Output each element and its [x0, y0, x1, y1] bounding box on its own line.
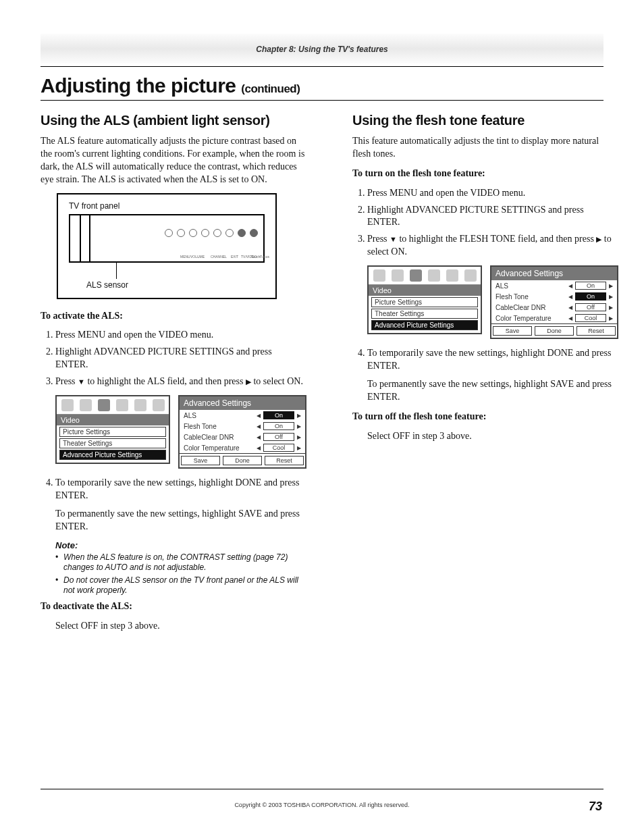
- menu-tab-icon: [134, 399, 146, 411]
- save-button: Save: [493, 326, 532, 336]
- menu-category-items: Picture Settings Theater Settings Advanc…: [369, 297, 481, 330]
- note-item: When the ALS feature is on, the CONTRAST…: [55, 552, 306, 573]
- menu-screenshot-fleshtone: Video Picture Settings Theater Settings …: [367, 265, 618, 339]
- title-rule: [41, 100, 603, 101]
- knob-icon: [213, 229, 221, 237]
- advanced-settings-title: Advanced Settings: [180, 396, 305, 410]
- colortemp-value: Cool: [263, 444, 294, 452]
- main-content: Adjusting the picture (continued) Using …: [41, 74, 603, 641]
- section-heading-als: Using the ALS (ambient light sensor): [41, 113, 306, 128]
- knob-label: [200, 255, 207, 259]
- header-band: Chapter 8: Using the TV's features: [41, 34, 603, 67]
- menu-tab-icon: [392, 269, 404, 282]
- tv-inner: MENU VOLUME CHANNEL EXIT TV/VIDEO TouchF…: [69, 214, 265, 263]
- fleshtone-on-heading: To turn on the flesh tone feature:: [352, 167, 618, 180]
- menu-item: Theater Settings: [371, 309, 478, 319]
- menu-tab-icon: [98, 399, 110, 411]
- left-arrow-icon: ◀: [257, 413, 261, 419]
- section-heading-fleshtone: Using the flesh tone feature: [352, 113, 618, 128]
- adv-row-als: ALS◀On▶: [180, 410, 305, 421]
- colortemp-value: Cool: [575, 314, 606, 322]
- knob-label: VOLUME: [190, 255, 197, 259]
- right-arrow-icon: ▶: [609, 283, 613, 289]
- step-3: Press ▼ to highlight the ALS field, and …: [55, 375, 306, 388]
- knob-label: MENU: [180, 255, 187, 259]
- right-arrow-icon: ▶: [297, 423, 301, 429]
- footer-rule: [41, 789, 603, 789]
- right-arrow-icon: ▶: [297, 445, 301, 451]
- page-title-text: Adjusting the picture: [41, 74, 236, 97]
- menu-right-panel: Advanced Settings ALS◀On▶ Flesh Tone◀On▶…: [490, 265, 618, 339]
- knob-label: TouchFocus: [251, 255, 258, 259]
- advanced-settings-title: Advanced Settings: [491, 267, 617, 280]
- note-block: Note: When the ALS feature is on, the CO…: [55, 540, 306, 596]
- left-arrow-icon: ◀: [568, 315, 572, 321]
- page-title: Adjusting the picture (continued): [41, 74, 603, 97]
- left-arrow-icon: ◀: [257, 423, 261, 429]
- left-arrow-icon: ◀: [257, 434, 261, 440]
- menu-item: Picture Settings: [59, 427, 166, 437]
- als-value: On: [575, 282, 606, 290]
- note-heading: Note:: [55, 540, 306, 550]
- adv-row-fleshtone: Flesh Tone◀On▶: [180, 421, 305, 432]
- menu-icon-row: [369, 267, 481, 285]
- tv-label-top: TV front panel: [69, 201, 265, 211]
- fleshtone-off-heading: To turn off the flesh tone feature:: [352, 411, 618, 423]
- knob-labels: MENU VOLUME CHANNEL EXIT TV/VIDEO TouchF…: [180, 255, 258, 259]
- als-sensor-label: ALS sensor: [86, 280, 265, 290]
- fleshtone-on-steps-cont: To temporarily save the new settings, hi…: [352, 347, 618, 404]
- tv-button-row: [165, 229, 258, 237]
- adv-row-colortemp: Color Temperature◀Cool▶: [491, 313, 617, 323]
- menu-tab-icon: [61, 399, 74, 411]
- menu-tab-icon: [464, 269, 477, 282]
- adv-row-colortemp: Color Temperature◀Cool▶: [180, 442, 305, 453]
- done-button: Done: [223, 456, 262, 465]
- activate-heading: To activate the ALS:: [41, 310, 306, 323]
- als-value: On: [263, 411, 294, 419]
- adv-button-row: Save Done Reset: [491, 323, 617, 338]
- right-triangle-icon: ▶: [246, 377, 251, 387]
- menu-category-title: Video: [369, 285, 481, 296]
- adv-button-row: Save Done Reset: [180, 453, 305, 467]
- menu-item: Theater Settings: [59, 438, 166, 448]
- menu-tab-icon: [428, 269, 440, 282]
- knob-icon: [177, 229, 185, 237]
- menu-category-items: Picture Settings Theater Settings Advanc…: [57, 427, 169, 460]
- knob-label: CHANNEL: [211, 255, 217, 259]
- right-arrow-icon: ▶: [297, 434, 301, 440]
- menu-icon-row: [57, 396, 169, 415]
- left-arrow-icon: ◀: [568, 283, 572, 289]
- activate-steps: Press MENU and open the VIDEO menu. High…: [41, 329, 306, 388]
- knob-icon: [225, 229, 234, 237]
- deactivate-heading: To deactivate the ALS:: [41, 600, 306, 613]
- two-columns: Using the ALS (ambient light sensor) The…: [41, 113, 603, 641]
- step-3: Press ▼ to highlight the FLESH TONE fiel…: [367, 233, 618, 259]
- fleshtone-on-steps: Press MENU and open the VIDEO menu. High…: [352, 187, 618, 259]
- step-4: To temporarily save the new settings, hi…: [55, 477, 306, 533]
- menu-left-panel: Video Picture Settings Theater Settings …: [367, 265, 482, 334]
- menu-category-title: Video: [57, 415, 169, 425]
- right-arrow-icon: ▶: [297, 413, 301, 419]
- menu-tab-icon: [153, 399, 165, 411]
- page-number: 73: [589, 800, 602, 814]
- adv-row-cableclear: CableClear DNR◀Off▶: [180, 432, 305, 442]
- note-item: Do not cover the ALS sensor on the TV fr…: [55, 575, 306, 596]
- step-2: Highlight ADVANCED PICTURE SETTINGS and …: [367, 204, 618, 230]
- step-1: Press MENU and open the VIDEO menu.: [367, 187, 618, 200]
- right-arrow-icon: ▶: [609, 294, 613, 300]
- deactivate-body: Select OFF in step 3 above.: [55, 620, 306, 633]
- sensor-line: [116, 263, 265, 279]
- menu-tab-icon: [446, 269, 458, 282]
- cableclear-value: Off: [263, 433, 294, 441]
- fleshtone-value: On: [575, 292, 606, 301]
- fleshtone-off-body: Select OFF in step 3 above.: [367, 430, 618, 443]
- menu-item: Picture Settings: [371, 297, 478, 307]
- adv-row-fleshtone: Flesh Tone◀On▶: [491, 291, 617, 302]
- step-4-perm: To permanently save the new settings, hi…: [55, 508, 306, 533]
- left-column: Using the ALS (ambient light sensor) The…: [41, 113, 306, 641]
- chapter-band: Chapter 8: Using the TV's features: [41, 34, 603, 63]
- fleshtone-intro: This feature automatically adjusts the t…: [352, 135, 618, 161]
- reset-button: Reset: [576, 326, 616, 336]
- tv-front-panel-diagram: TV front panel: [57, 193, 277, 299]
- knob-icon: [238, 229, 246, 237]
